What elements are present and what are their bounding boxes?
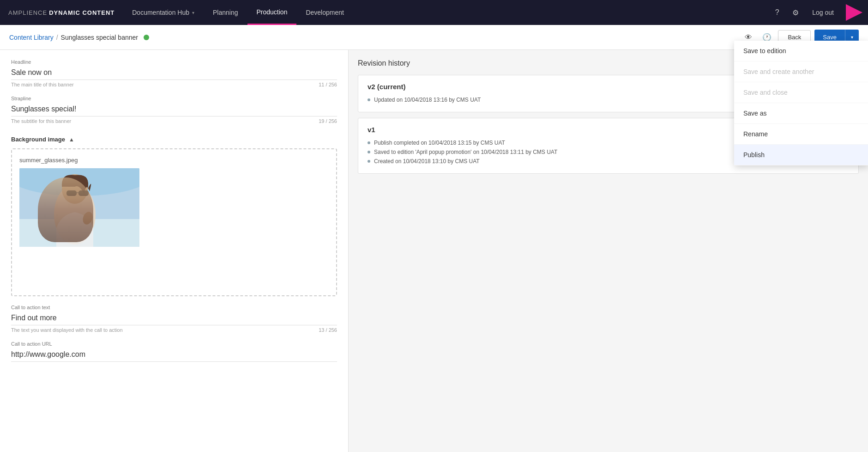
nav-planning[interactable]: Planning: [204, 0, 247, 25]
cta-text-hint: The text you want displayed with the cal…: [11, 327, 123, 333]
dropdown-publish[interactable]: Publish: [734, 145, 868, 165]
chevron-down-icon: ▾: [851, 35, 853, 40]
svg-rect-6: [78, 190, 89, 196]
brand-amplience-text: AMPLIENCE: [8, 9, 47, 16]
bullet-icon: [368, 151, 370, 153]
headline-count: 11 / 256: [319, 82, 337, 87]
strapline-meta: The subtitle for this banner 19 / 256: [11, 118, 337, 124]
help-icon: ?: [775, 8, 779, 17]
cta-text-count: 13 / 256: [319, 327, 337, 333]
nav-production-label: Production: [257, 8, 288, 16]
cta-text-field-group: Call to action text The text you want di…: [11, 305, 337, 333]
brand-logo[interactable]: AMPLIENCE DYNAMIC CONTENT: [0, 0, 123, 25]
revision-v2-item-0-text: Updated on 10/04/2018 13:16 by CMS UAT: [374, 97, 481, 103]
nav-production[interactable]: Production: [247, 0, 297, 25]
headline-meta: The main title of this banner 11 / 256: [11, 82, 337, 87]
nav-development-label: Development: [306, 9, 344, 16]
svg-rect-5: [66, 190, 77, 196]
strapline-field-group: Strapline The subtitle for this banner 1…: [11, 96, 337, 124]
headline-field-group: Headline The main title of this banner 1…: [11, 59, 337, 87]
dropdown-save-to-edition[interactable]: Save to edition: [734, 41, 868, 61]
headline-hint: The main title of this banner: [11, 82, 74, 87]
rename-label: Rename: [743, 130, 768, 138]
brand-dynamic-text: DYNAMIC CONTENT: [49, 9, 115, 16]
svg-point-2: [19, 168, 139, 196]
background-image-field-group: Background image ▲ summer_glasses.jpeg: [11, 132, 337, 296]
revision-v1-item-1-text: Saved to edition 'April popup promotion'…: [374, 149, 557, 155]
bullet-icon: [368, 141, 370, 144]
dropdown-save-and-create-another: Save and create another: [734, 61, 868, 82]
save-to-edition-label: Save to edition: [743, 47, 786, 55]
background-image-section-header: Background image ▲: [11, 132, 337, 143]
breadcrumb-current-page: Sunglasses special banner: [61, 34, 138, 41]
strapline-count: 19 / 256: [319, 118, 337, 124]
gear-icon: ⚙: [792, 8, 799, 17]
cta-url-label: Call to action URL: [11, 341, 337, 347]
save-and-close-label: Save and close: [743, 89, 788, 96]
image-preview: [19, 168, 139, 247]
image-filename: summer_glasses.jpeg: [19, 157, 329, 164]
nav-right-actions: ? ⚙ Log out: [769, 4, 868, 21]
settings-icon-button[interactable]: ⚙: [787, 4, 804, 21]
revision-v1-item-2-text: Created on 10/04/2018 13:10 by CMS UAT: [374, 158, 480, 165]
logout-button[interactable]: Log out: [806, 6, 840, 19]
content-form-panel: Headline The main title of this banner 1…: [0, 50, 349, 452]
strapline-input[interactable]: [11, 103, 337, 116]
publish-label: Publish: [743, 151, 765, 159]
strapline-label: Strapline: [11, 96, 337, 101]
breadcrumb-separator: /: [56, 34, 58, 41]
help-icon-button[interactable]: ?: [769, 4, 785, 21]
image-upload-area[interactable]: summer_glasses.jpeg: [11, 148, 337, 296]
nav-planning-label: Planning: [213, 9, 238, 16]
revision-v1-item-0-text: Publish completed on 10/04/2018 13:15 by…: [374, 140, 505, 146]
save-dropdown-menu: Save to edition Save and create another …: [734, 41, 868, 165]
dropdown-save-and-close: Save and close: [734, 82, 868, 103]
cta-url-input[interactable]: [11, 348, 337, 362]
nav-documentation-hub-label: Documentation Hub: [132, 9, 189, 16]
eye-icon: 👁: [745, 33, 752, 42]
dropdown-save-as[interactable]: Save as: [734, 103, 868, 124]
nav-documentation-hub[interactable]: Documentation Hub ▾: [123, 0, 204, 25]
breadcrumb-content-library[interactable]: Content Library: [9, 34, 54, 41]
breadcrumb: Content Library / Sunglasses special ban…: [9, 34, 149, 41]
headline-input[interactable]: [11, 67, 337, 80]
save-as-label: Save as: [743, 110, 767, 117]
cta-text-input[interactable]: [11, 312, 337, 325]
cta-text-label: Call to action text: [11, 305, 337, 310]
dropdown-rename[interactable]: Rename: [734, 124, 868, 145]
nav-development[interactable]: Development: [296, 0, 353, 25]
chevron-up-icon[interactable]: ▲: [69, 136, 74, 143]
background-image-label: Background image: [11, 136, 65, 143]
cta-url-field-group: Call to action URL: [11, 341, 337, 362]
headline-label: Headline: [11, 59, 337, 65]
amplience-logo-icon: [846, 4, 862, 21]
chevron-down-icon: ▾: [192, 10, 194, 15]
bullet-icon: [368, 98, 370, 101]
strapline-hint: The subtitle for this banner: [11, 118, 71, 124]
status-dot-icon: [144, 35, 149, 40]
cta-text-meta: The text you want displayed with the cal…: [11, 327, 337, 333]
bullet-icon: [368, 160, 370, 163]
top-navigation: AMPLIENCE DYNAMIC CONTENT Documentation …: [0, 0, 868, 25]
svg-point-8: [81, 210, 94, 226]
save-and-create-another-label: Save and create another: [743, 68, 814, 75]
